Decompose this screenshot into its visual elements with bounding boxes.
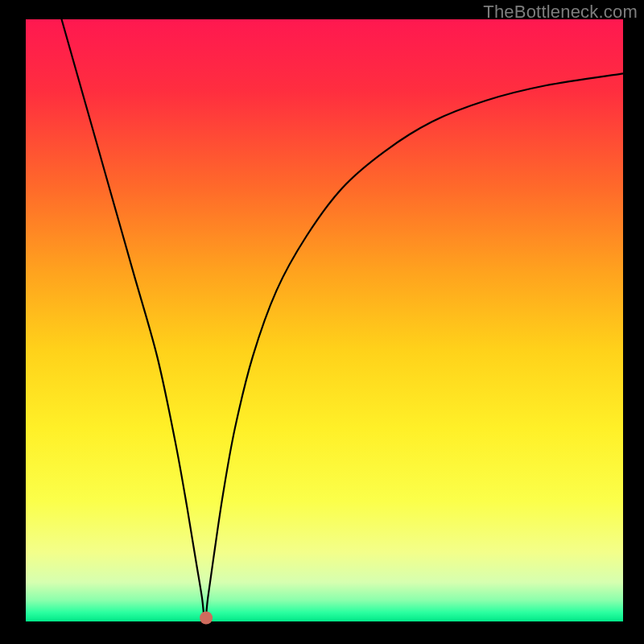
optimal-point-marker bbox=[200, 612, 213, 625]
bottleneck-chart bbox=[0, 0, 644, 644]
watermark-text: TheBottleneck.com bbox=[483, 2, 638, 23]
chart-frame: TheBottleneck.com bbox=[0, 0, 644, 644]
plot-background bbox=[26, 19, 623, 621]
